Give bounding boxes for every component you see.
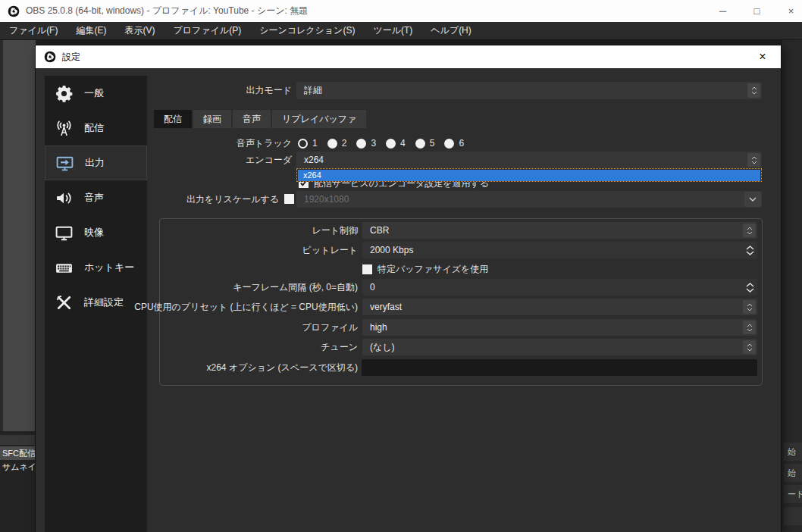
scene-dock-header [0, 435, 36, 445]
rescale-label: 出力をリスケールする [142, 191, 279, 208]
bitrate-spinbox[interactable]: 2000 Kbps [362, 242, 757, 258]
sidebar-item-general[interactable]: 一般 [45, 76, 147, 111]
tab-streaming[interactable]: 配信 [154, 110, 192, 128]
spinner-icon[interactable] [747, 83, 760, 98]
menu-edit[interactable]: 編集(E) [67, 22, 115, 39]
dialog-title: 設定 [62, 51, 80, 64]
keyframe-value: 0 [370, 279, 375, 296]
spinner-icon[interactable] [743, 340, 756, 354]
menu-file[interactable]: ファイル(F) [0, 22, 67, 39]
buffer-size-label: 特定バッファサイズを使用 [378, 264, 488, 275]
encoder-label: エンコーダ [149, 152, 292, 168]
bitrate-label: ビットレート [81, 242, 358, 258]
radio-track-3[interactable]: 3 [356, 138, 376, 149]
sidebar-item-label: 音声 [84, 191, 104, 205]
dialog-titlebar: 設定 × [36, 45, 781, 68]
menu-profile[interactable]: プロファイル(P) [164, 22, 250, 39]
encoder-value: x264 [304, 152, 324, 168]
tab-recording[interactable]: 録画 [193, 110, 231, 128]
scene-item[interactable]: サムネイル [0, 460, 36, 474]
background-button-fragment[interactable]: ード [784, 485, 802, 503]
menu-tools[interactable]: ツール(T) [364, 22, 421, 39]
background-button-fragment[interactable]: 始 [784, 464, 802, 482]
tab-audio[interactable]: 音声 [233, 110, 271, 128]
close-button[interactable]: × [774, 0, 802, 22]
profile-value: high [370, 319, 387, 336]
window-titlebar: OBS 25.0.8 (64-bit, windows) - プロファイル: Y… [0, 0, 802, 22]
rescale-resolution-select: 1920x1080 [296, 191, 762, 208]
radio-icon [386, 139, 396, 149]
radio-track-6[interactable]: 6 [444, 138, 464, 149]
radio-track-2[interactable]: 2 [327, 138, 347, 149]
rescale-resolution-value: 1920x1080 [304, 191, 349, 208]
speaker-icon [54, 188, 74, 208]
output-tabbar: 配信 録画 音声 リプレイバッファ [154, 110, 366, 128]
bitrate-value: 2000 Kbps [370, 242, 413, 258]
radio-label: 4 [400, 138, 406, 149]
tune-value: (なし) [370, 339, 395, 355]
minimize-button[interactable]: ─ [706, 0, 740, 22]
sidebar-item-label: 配信 [84, 121, 104, 135]
spinner-icon[interactable] [743, 321, 756, 334]
menu-scene-collection[interactable]: シーンコレクション(S) [250, 22, 364, 39]
radio-selected-icon [298, 139, 308, 149]
maximize-button[interactable]: □ [740, 0, 774, 22]
spinner-icon[interactable] [747, 153, 760, 167]
cpu-preset-select[interactable]: veryfast [362, 299, 757, 315]
radio-label: 1 [312, 138, 318, 149]
menu-help[interactable]: ヘルプ(H) [421, 22, 481, 39]
menu-bar: ファイル(F) 編集(E) 表示(V) プロファイル(P) シーンコレクション(… [0, 22, 802, 40]
sidebar-item-stream[interactable]: 配信 [45, 111, 147, 146]
profile-select[interactable]: high [362, 319, 757, 336]
audio-track-radios: 1 2 3 4 5 6 [298, 135, 464, 152]
encoder-dropdown: x264 [296, 168, 762, 182]
buffer-size-checkbox[interactable] [362, 264, 372, 274]
rescale-checkbox[interactable] [284, 194, 294, 204]
output-mode-label: 出力モード [149, 82, 292, 99]
radio-label: 5 [430, 138, 435, 149]
sidebar-item-output[interactable]: 出力 [45, 146, 147, 180]
radio-track-1[interactable]: 1 [298, 138, 318, 149]
encoder-select[interactable]: x264 [296, 152, 762, 168]
radio-icon [444, 139, 454, 149]
tab-replay-buffer[interactable]: リプレイバッファ [272, 110, 366, 128]
obs-logo-icon [44, 51, 56, 63]
controls-dock-edge: 始 始 ード [781, 40, 802, 532]
background-button-fragment[interactable] [784, 507, 802, 525]
tune-select[interactable]: (なし) [362, 339, 757, 355]
encoder-dropdown-item-x264[interactable]: x264 [298, 170, 760, 181]
radio-icon [356, 139, 366, 149]
window-title: OBS 25.0.8 (64-bit, windows) - プロファイル: Y… [26, 5, 308, 17]
radio-icon [415, 139, 425, 149]
output-mode-select[interactable]: 詳細 [296, 82, 762, 99]
spinner-icon[interactable] [743, 300, 756, 314]
radio-track-4[interactable]: 4 [386, 138, 406, 149]
rate-control-label: レート制御 [81, 222, 358, 239]
background-button-fragment[interactable]: 始 [784, 443, 802, 461]
scene-dock: SFC配信 サムネイル [0, 431, 36, 532]
cpu-preset-value: veryfast [370, 299, 402, 315]
x264-options-label: x264 オプション (スペースで区切る) [81, 359, 358, 376]
chevron-down-icon[interactable] [744, 192, 761, 207]
scene-item-selected[interactable]: SFC配信 [0, 446, 36, 460]
spinner-icon[interactable] [743, 224, 756, 237]
rate-control-select[interactable]: CBR [362, 222, 757, 239]
settings-dialog: 設定 × 一般 配信 出力 [36, 45, 781, 532]
sidebar-item-label: 一般 [84, 86, 104, 100]
display-icon [54, 223, 74, 243]
audio-track-label: 音声トラック [149, 135, 292, 152]
sidebar-item-audio[interactable]: 音声 [45, 180, 147, 215]
obs-main-window: OBS 25.0.8 (64-bit, windows) - プロファイル: Y… [0, 0, 802, 532]
obs-logo-icon [8, 5, 20, 17]
keyframe-spinbox[interactable]: 0 [362, 279, 757, 296]
radio-label: 3 [371, 138, 376, 149]
keyboard-icon [54, 258, 74, 277]
x264-options-input[interactable] [362, 359, 757, 376]
tune-label: チューン [81, 339, 358, 355]
radio-track-5[interactable]: 5 [415, 138, 435, 149]
spinbox-arrows-icon[interactable] [744, 242, 755, 258]
menu-view[interactable]: 表示(V) [115, 22, 164, 39]
broadcast-icon [54, 118, 74, 138]
spinbox-arrows-icon[interactable] [744, 279, 755, 296]
dialog-close-button[interactable]: × [752, 45, 773, 68]
